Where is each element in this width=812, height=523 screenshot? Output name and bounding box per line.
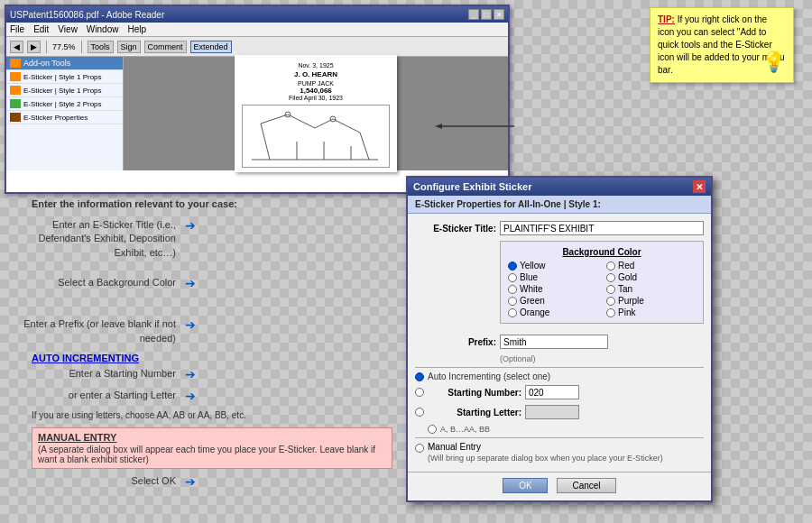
color-yellow[interactable]: Yellow — [508, 261, 597, 271]
document-page: Nov. 3, 1925 J. O. HEARN PUMP JACK 1,540… — [235, 55, 397, 172]
reader-content: Add-on Tools E-Sticker | Style 1 Props E… — [6, 57, 508, 170]
starting-number-label: Enter a Starting Number — [5, 367, 185, 381]
sidebar-esticker1[interactable]: E-Sticker | Style 1 Props — [6, 70, 123, 84]
auto-increment-header: AUTO INCREMENTING — [32, 353, 401, 363]
sidebar-addon-label: Add-on Tools — [23, 59, 70, 68]
starting-letter-form-row: Starting Letter: — [415, 405, 704, 419]
sidebar-addon-tools[interactable]: Add-on Tools — [6, 57, 123, 70]
prefix-input[interactable] — [500, 335, 608, 349]
sidebar-esticker-props[interactable]: E-Sticker Properties — [6, 111, 123, 124]
color-red[interactable]: Red — [606, 261, 696, 271]
maximize-button[interactable]: □ — [481, 9, 492, 20]
bg-color-form-label — [415, 241, 496, 243]
radio-tan[interactable] — [606, 285, 615, 294]
label-blue: Blue — [520, 272, 538, 282]
svg-line-2 — [261, 115, 288, 124]
radio-red[interactable] — [606, 262, 615, 271]
tip-bubble: TIP: If you right click on the icon you … — [650, 7, 794, 83]
bg-color-row: Background Color Yellow Red Blue — [415, 241, 704, 329]
doc-date: Nov. 3, 1925 — [242, 62, 390, 69]
tab-comment[interactable]: Comment — [144, 41, 187, 53]
ok-button[interactable]: OK — [503, 478, 548, 493]
color-pink[interactable]: Pink — [606, 307, 696, 317]
color-gold[interactable]: Gold — [606, 272, 696, 282]
sidebar-esticker3[interactable]: E-Sticker | Style 2 Props — [6, 97, 123, 111]
color-green[interactable]: Green — [508, 296, 597, 306]
radio-pink[interactable] — [606, 308, 615, 317]
letter-options-label: A, B…AA, BB — [440, 425, 490, 434]
starting-letter-label: or enter a Starting Letter — [5, 389, 185, 402]
manual-entry-header: MANUAL ENTRY — [38, 432, 386, 443]
dialog-titlebar: Configure Exhibit Sticker ✕ — [408, 178, 711, 196]
close-button[interactable]: ✕ — [494, 9, 504, 20]
svg-line-6 — [360, 133, 369, 160]
manual-entry-box: MANUAL ENTRY (A separate dialog box will… — [32, 427, 392, 469]
tab-sign[interactable]: Sign — [117, 41, 141, 53]
radio-auto-increment[interactable] — [415, 372, 424, 381]
starting-letter-form-label: Starting Letter: — [431, 408, 521, 417]
radio-green[interactable] — [508, 297, 517, 306]
menu-edit[interactable]: Edit — [33, 24, 49, 34]
instruction-area: Enter the information relevant to your c… — [5, 198, 401, 496]
title-instruction-row: Enter an E-Sticker Title (i.e., Defendan… — [5, 218, 401, 260]
prefix-label: Prefix: — [415, 337, 496, 347]
toolbar-forward[interactable]: ▶ — [27, 41, 41, 53]
label-red: Red — [618, 261, 634, 271]
toolbar-sep2 — [81, 41, 82, 53]
prefix-instruction-row: Enter a Prefix (or leave blank if not ne… — [5, 317, 401, 345]
menu-help[interactable]: Help — [127, 24, 146, 34]
toolbar-back[interactable]: ◀ — [10, 41, 23, 53]
dialog-footer: OK Cancel — [408, 472, 711, 500]
color-purple[interactable]: Purple — [606, 296, 696, 306]
doc-number: 1,540,066 — [242, 87, 390, 95]
cancel-button[interactable]: Cancel — [557, 478, 615, 493]
starting-number-arrow: ➔ — [185, 367, 196, 381]
prefix-instruction-label: Enter a Prefix (or leave blank if not ne… — [5, 317, 185, 345]
configure-dialog: Configure Exhibit Sticker ✕ E-Sticker Pr… — [406, 176, 713, 502]
menu-window[interactable]: Window — [87, 24, 119, 34]
reader-document: Nov. 3, 1925 J. O. HEARN PUMP JACK 1,540… — [124, 57, 508, 170]
color-blue[interactable]: Blue — [508, 272, 597, 282]
prefix-section: Prefix: (Optional) — [415, 335, 704, 363]
addon-tools-icon — [10, 59, 21, 68]
radio-purple[interactable] — [606, 297, 615, 306]
lightbulb-icon: 💡 — [761, 49, 786, 77]
radio-blue[interactable] — [508, 273, 517, 282]
sticker-title-input[interactable] — [500, 221, 704, 235]
radio-starting-number[interactable] — [415, 388, 424, 397]
dialog-close-button[interactable]: ✕ — [693, 180, 706, 193]
manual-entry-dialog-note: (Will bring up separate dialog box when … — [428, 454, 663, 463]
dialog-subtitle: E-Sticker Properties for All-In-One | St… — [408, 196, 711, 214]
starting-letter-row: or enter a Starting Letter ➔ — [5, 389, 401, 403]
menu-view[interactable]: View — [58, 24, 78, 34]
color-instruction-label: Select a Background Color — [5, 276, 185, 289]
tab-extended[interactable]: Extended — [190, 41, 232, 53]
color-tan[interactable]: Tan — [606, 284, 696, 294]
minimize-button[interactable]: _ — [468, 9, 479, 20]
tab-tools[interactable]: Tools — [88, 41, 114, 53]
menu-file[interactable]: File — [10, 24, 24, 34]
starting-number-row: Enter a Starting Number ➔ — [5, 367, 401, 381]
optional-label: (Optional) — [500, 354, 704, 363]
radio-letter-options[interactable] — [428, 425, 437, 434]
starting-letter-input[interactable] — [525, 405, 579, 419]
starting-number-form-label: Starting Number: — [431, 388, 521, 398]
esticker-props-icon — [10, 113, 21, 122]
label-yellow: Yellow — [520, 261, 546, 271]
dialog-title: Configure Exhibit Sticker — [413, 181, 531, 192]
prefix-arrow: ➔ — [185, 317, 196, 332]
radio-gold[interactable] — [606, 273, 615, 282]
sidebar-esticker1-label: E-Sticker | Style 1 Props — [23, 73, 102, 81]
sidebar-esticker2[interactable]: E-Sticker | Style 1 Props — [6, 84, 123, 97]
color-white[interactable]: White — [508, 284, 597, 294]
radio-starting-letter[interactable] — [415, 408, 424, 417]
esticker1-icon — [10, 72, 21, 81]
select-ok-label: Select OK — [5, 474, 185, 488]
starting-number-input[interactable] — [525, 385, 579, 399]
radio-white[interactable] — [508, 285, 517, 294]
radio-orange[interactable] — [508, 308, 517, 317]
radio-yellow[interactable] — [508, 262, 517, 271]
color-orange[interactable]: Orange — [508, 307, 597, 317]
radio-manual-entry[interactable] — [415, 444, 424, 453]
title-instruction-label: Enter an E-Sticker Title (i.e., Defendan… — [5, 218, 185, 260]
